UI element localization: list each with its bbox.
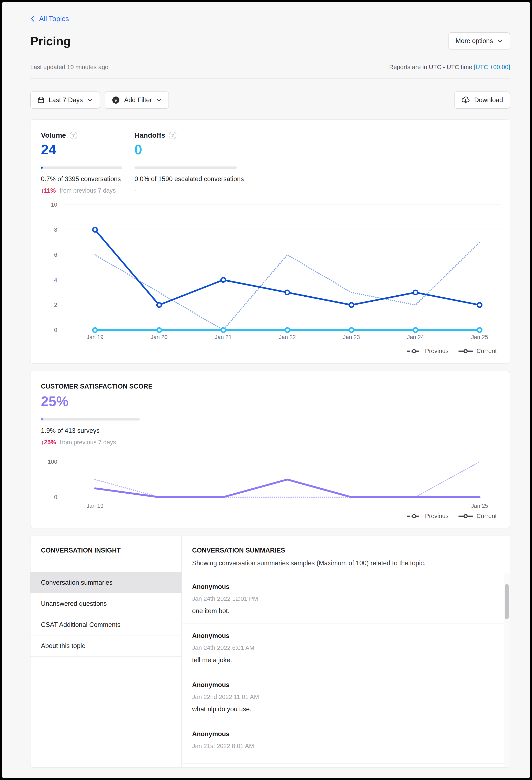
summaries-list[interactable]: AnonymousJan 24th 2022 12:01 PMone item …	[182, 575, 510, 764]
volume-value: 24	[41, 142, 135, 157]
date-range-button[interactable]: Last 7 Days	[30, 92, 100, 109]
header-divider	[30, 78, 510, 79]
chevron-down-icon	[87, 98, 93, 102]
handoffs-value: 0	[135, 142, 498, 157]
svg-text:Jan 25: Jan 25	[471, 334, 488, 340]
svg-text:Jan 21: Jan 21	[215, 334, 231, 340]
summaries-subtitle: Showing conversation summaries samples (…	[192, 559, 497, 567]
scrollbar-track[interactable]	[503, 573, 510, 767]
volume-metric: Volume ? 24 0.7% of 3395 conversations ↓…	[41, 131, 135, 194]
legend-current: Current	[458, 513, 497, 520]
svg-text:Jan 25: Jan 25	[471, 503, 488, 509]
volume-label: Volume	[41, 131, 66, 139]
scrollbar-thumb[interactable]	[505, 584, 509, 619]
entry-author: Anonymous	[192, 583, 491, 590]
cloud-download-icon	[461, 96, 470, 104]
sidebar-item-about-this-topic[interactable]: About this topic	[31, 635, 181, 656]
back-to-all-topics-link[interactable]: All Topics	[30, 15, 69, 23]
entry-timestamp: Jan 24th 2022 12:01 PM	[192, 595, 491, 602]
summary-entry: AnonymousJan 24th 2022 6:01 AMtell me a …	[182, 624, 510, 673]
entry-timestamp: Jan 22nd 2022 11:01 AM	[192, 693, 491, 700]
sidebar-item-csat-additional-comments[interactable]: CSAT Additional Comments	[31, 614, 181, 635]
entry-message: tell me a joke.	[192, 656, 491, 664]
chevron-down-icon	[156, 98, 162, 102]
svg-text:8: 8	[54, 227, 57, 233]
solid-line-marker-icon	[458, 514, 473, 519]
volume-handoffs-chart[interactable]: 0246810Jan 19Jan 20Jan 21Jan 22Jan 23Jan…	[39, 198, 511, 346]
timezone-link[interactable]: [UTC +00:00]	[474, 64, 510, 70]
summary-entry: AnonymousJan 24th 2022 12:01 PMone item …	[182, 575, 510, 624]
more-options-button[interactable]: More options	[448, 32, 510, 50]
svg-text:Jan 22: Jan 22	[279, 334, 296, 340]
last-updated-text: Last updated 10 minutes ago	[30, 64, 108, 70]
svg-text:2: 2	[54, 302, 57, 308]
volume-progress-bar	[41, 166, 122, 169]
insight-sidebar: CONVERSATION INSIGHT Conversation summar…	[31, 536, 182, 767]
summaries-heading: CONVERSATION SUMMARIES	[182, 536, 510, 554]
legend-previous: Previous	[407, 348, 448, 354]
svg-text:100: 100	[48, 459, 57, 465]
solid-line-marker-icon	[458, 349, 473, 353]
chart-legend: Previous Current	[41, 513, 498, 520]
handoffs-progress-bar	[135, 166, 237, 169]
volume-progress-fill	[41, 166, 43, 169]
entry-author: Anonymous	[192, 681, 491, 689]
add-filter-label: Add Filter	[124, 96, 152, 104]
csat-heading: CUSTOMER SATISFACTION SCORE	[41, 383, 498, 390]
report-page: All Topics Pricing More options Last upd…	[2, 2, 530, 778]
download-button[interactable]: Download	[454, 92, 510, 109]
csat-progress-fill	[41, 418, 43, 421]
chevron-down-icon	[497, 39, 503, 43]
entry-author: Anonymous	[192, 730, 491, 738]
svg-text:Jan 20: Jan 20	[151, 334, 167, 340]
csat-progress-bar	[41, 418, 140, 421]
sidebar-item-conversation-summaries[interactable]: Conversation summaries	[31, 572, 181, 593]
svg-text:Jan 23: Jan 23	[343, 334, 360, 340]
handoffs-subtitle: 0.0% of 1590 escalated conversations	[135, 175, 498, 183]
csat-delta-note: from previous 7 days	[60, 439, 116, 446]
entry-timestamp: Jan 24th 2022 6:01 AM	[192, 644, 491, 651]
timezone-note: Reports are in UTC - UTC time [UTC +00:0…	[389, 64, 510, 70]
page-title: Pricing	[30, 34, 70, 48]
entry-author: Anonymous	[192, 632, 491, 640]
date-range-label: Last 7 Days	[49, 96, 83, 104]
dashed-line-marker-icon	[407, 349, 422, 353]
more-options-label: More options	[456, 37, 493, 45]
chart-legend: Previous Current	[41, 348, 498, 354]
add-filter-button[interactable]: Add Filter	[105, 92, 169, 109]
sidebar-item-unanswered-questions[interactable]: Unanswered questions	[31, 593, 181, 614]
dashed-line-marker-icon	[407, 514, 422, 519]
chevron-left-icon	[30, 15, 35, 22]
entry-message: what nlp do you use.	[192, 705, 491, 713]
help-circle-icon[interactable]: ?	[169, 132, 176, 139]
summaries-panel: CONVERSATION SUMMARIES Showing conversat…	[182, 536, 510, 767]
entry-timestamp: Jan 21st 2022 8:01 AM	[192, 742, 491, 749]
volume-delta-note: from previous 7 days	[59, 187, 116, 194]
summary-entry: AnonymousJan 21st 2022 8:01 AM	[182, 722, 510, 764]
legend-previous: Previous	[407, 513, 448, 520]
csat-card: CUSTOMER SATISFACTION SCORE 25% 1.9% of …	[30, 371, 510, 528]
summary-entry: AnonymousJan 22nd 2022 11:01 AMwhat nlp …	[182, 673, 510, 722]
handoffs-metric: Handoffs ? 0 0.0% of 1590 escalated conv…	[135, 131, 498, 194]
insight-menu: Conversation summariesUnanswered questio…	[31, 572, 181, 656]
csat-value: 25%	[41, 394, 498, 409]
volume-handoffs-card: Volume ? 24 0.7% of 3395 conversations ↓…	[30, 119, 510, 363]
svg-text:Jan 19: Jan 19	[87, 503, 103, 509]
csat-subtitle: 1.9% of 413 surveys	[41, 427, 498, 435]
back-link-label: All Topics	[39, 15, 69, 23]
download-label: Download	[474, 96, 503, 104]
handoffs-delta: -	[135, 187, 137, 194]
help-circle-icon[interactable]: ?	[70, 132, 77, 139]
volume-subtitle: 0.7% of 3395 conversations	[41, 175, 135, 183]
svg-text:4: 4	[54, 277, 57, 283]
svg-text:6: 6	[54, 252, 57, 258]
csat-delta: ↓25%	[41, 439, 56, 446]
entry-message: one item bot.	[192, 607, 491, 615]
svg-text:10: 10	[51, 202, 57, 208]
filter-icon	[112, 96, 120, 104]
conversation-insight-card: CONVERSATION INSIGHT Conversation summar…	[30, 536, 510, 768]
csat-chart[interactable]: 0100Jan 19Jan 25	[39, 450, 511, 511]
calendar-icon	[37, 97, 45, 104]
insight-heading: CONVERSATION INSIGHT	[31, 536, 181, 554]
svg-text:0: 0	[54, 327, 57, 333]
